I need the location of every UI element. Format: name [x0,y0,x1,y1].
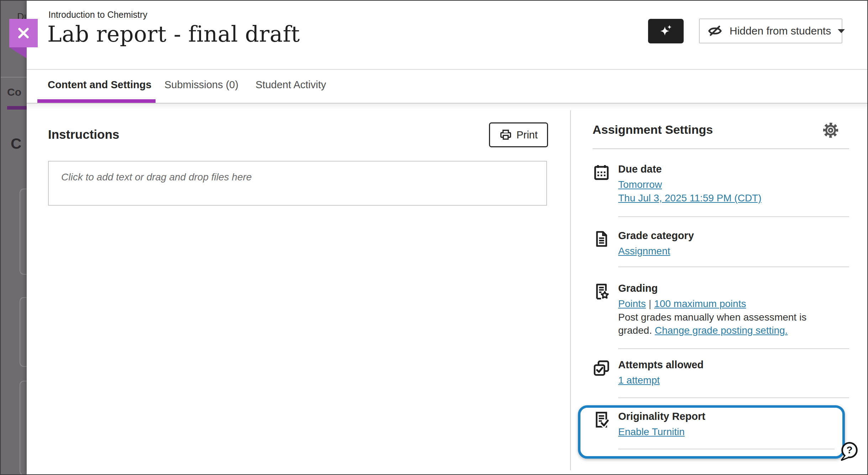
enable-turnitin-link[interactable]: Enable Turnitin [618,426,685,437]
max-points-link[interactable]: 100 maximum points [654,298,746,309]
help-icon[interactable]: ? [839,440,859,462]
instructions-heading: Instructions [48,127,119,142]
setting-label: Due date [618,163,851,175]
settings-heading: Assignment Settings [593,123,713,137]
settings-divider [593,148,849,149]
setting-originality-report: Originality Report Enable Turnitin [593,410,851,439]
sparkle-icon [658,23,674,39]
underlay-heading-fragment: C [11,135,21,152]
setting-due-date: Due date Tomorrow Thu Jul 3, 2025 11:59 … [593,163,851,205]
grade-category-link[interactable]: Assignment [618,246,670,257]
setting-label: Grade category [618,229,851,242]
grade-posting-text: graded. [618,325,652,336]
page-title[interactable]: Lab report - final draft [47,21,300,47]
due-date-link[interactable]: Thu Jul 3, 2025 11:59 PM (CDT) [618,192,762,204]
calendar-icon [593,163,610,182]
screen: Du Co C Introduction to Chemistry Lab re… [0,0,868,475]
document-icon [593,229,610,249]
underlay-tab-underline [7,106,27,110]
caret-down-icon [837,29,845,33]
setting-attempts-allowed: Attempts allowed 1 attempt [593,358,851,387]
attempts-link[interactable]: 1 attempt [618,375,660,386]
tab-content-and-settings[interactable]: Content and Settings [48,79,152,91]
due-date-relative-link[interactable]: Tomorrow [618,179,662,190]
gear-icon[interactable] [821,121,840,139]
tab-submissions[interactable]: Submissions (0) [164,79,238,91]
close-icon [17,26,30,40]
setting-label: Grading [618,282,851,295]
settings-divider [618,397,849,398]
instructions-editor[interactable] [48,161,547,206]
settings-divider [618,266,849,267]
document-check-icon [593,410,610,429]
change-grade-posting-link[interactable]: Change grade posting setting. [655,325,788,336]
active-tab-underline [37,99,156,103]
document-star-icon [593,282,610,301]
visibility-dropdown[interactable]: Hidden from students [699,19,842,43]
tabbar-shade [27,104,867,109]
underlay-divider [1,77,27,78]
content-settings-divider [570,110,571,470]
setting-label: Attempts allowed [618,358,851,371]
setting-grading: Grading Points|100 maximum points Post g… [593,282,851,337]
header-divider [27,69,867,70]
eye-slash-icon [707,23,722,38]
print-button[interactable]: Print [489,122,548,147]
settings-divider [618,449,835,449]
dimmed-background-page: Du Co C [1,1,27,474]
settings-divider [618,348,849,349]
grade-posting-text: Post grades manually when assessment is [618,312,806,323]
setting-grade-category: Grade category Assignment [593,229,851,258]
attempts-icon [593,358,610,378]
printer-icon [499,128,512,141]
help-glyph: ? [846,444,852,455]
underlay-tab-fragment: Co [7,86,27,98]
instructions-placeholder: Click to add text or drag and drop files… [61,171,252,183]
close-panel-button[interactable] [9,19,38,47]
visibility-label: Hidden from students [730,25,831,37]
print-label: Print [516,129,538,141]
ai-assistant-button[interactable] [648,19,684,43]
settings-divider [618,216,849,217]
setting-label: Originality Report [618,410,851,423]
separator: | [649,298,651,309]
grading-points-link[interactable]: Points [618,298,646,309]
breadcrumb[interactable]: Introduction to Chemistry [48,10,147,20]
tab-student-activity[interactable]: Student Activity [256,79,326,91]
